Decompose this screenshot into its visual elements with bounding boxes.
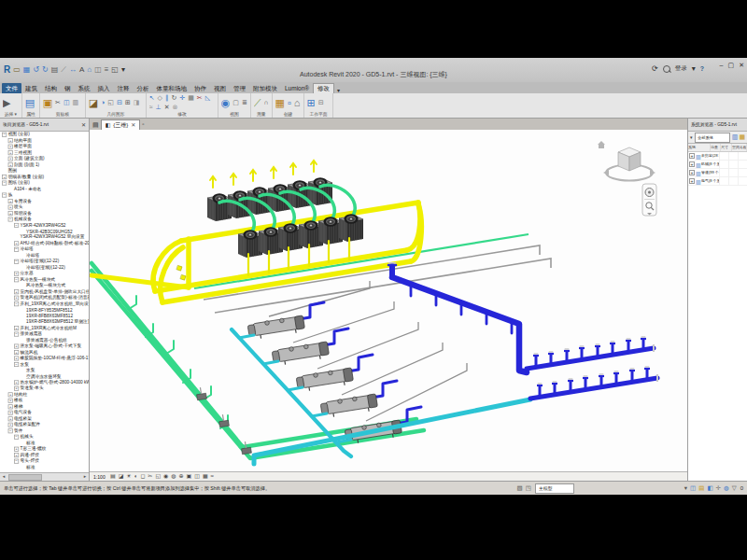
tree-item[interactable]: +标准 (0, 464, 89, 469)
expand-icon[interactable]: + (8, 411, 13, 415)
collapse-icon[interactable]: − (2, 133, 7, 137)
drag-elements-on-selection-icon[interactable]: ◍ (724, 484, 729, 492)
scale-icon[interactable]: ≈ (149, 104, 153, 111)
collapse-icon[interactable]: − (14, 332, 19, 337)
delete-icon[interactable]: ✕ (164, 104, 170, 111)
sun-path-icon[interactable]: ☀ (126, 473, 131, 480)
expand-icon[interactable]: + (14, 386, 19, 391)
pin-icon[interactable]: ⊥ (156, 104, 162, 111)
array-icon[interactable]: ▦ (188, 94, 194, 102)
match-properties-icon[interactable]: ▥ (73, 99, 79, 106)
tree-item[interactable]: +热水锅炉-燃气-卧式-2800-14000 kW (0, 380, 89, 385)
hide-icon[interactable]: ▢ (233, 99, 239, 106)
expand-icon[interactable]: + (14, 272, 19, 276)
measure-between-icon[interactable]: ⟋ (254, 97, 261, 108)
shadows-icon[interactable]: ◐ (134, 473, 138, 480)
ribbon-tab-文件[interactable]: 文件 (2, 83, 21, 93)
tree-item[interactable]: +潜水泵-端吸离心-卧式-干式下泵 (0, 343, 89, 349)
expand-icon[interactable]: + (14, 380, 19, 385)
active-workset-field[interactable]: 主模型 (535, 483, 574, 494)
detail-level-icon[interactable]: ▤ (110, 473, 116, 480)
split-icon[interactable]: ◺ (205, 94, 210, 102)
collapse-icon[interactable]: − (14, 435, 19, 440)
create-group-icon[interactable]: ▦ (275, 97, 285, 108)
create-assembly-icon[interactable]: ⌂ (294, 97, 301, 108)
expand-icon[interactable]: + (14, 289, 19, 294)
expand-icon[interactable]: + (14, 350, 19, 355)
selection-filter-icon[interactable]: ▽ (732, 484, 737, 492)
view-scale[interactable]: 1:100 (93, 474, 106, 479)
scroll-thumb[interactable] (8, 474, 42, 481)
column-header-尺寸[interactable]: 尺寸 (721, 144, 732, 151)
move-icon[interactable]: ✛ (179, 94, 185, 102)
expand-icon[interactable]: + (14, 453, 19, 457)
expand-icon[interactable]: + (8, 199, 13, 203)
view-tab-3d[interactable]: ◧ {三维} ✕ (101, 119, 141, 130)
column-settings-icon[interactable]: ▦ (739, 133, 745, 141)
cope-icon[interactable]: ◱ (107, 99, 114, 106)
expand-icon[interactable]: + (14, 344, 19, 349)
tree-item[interactable]: +AHU-组合式-回转翻板-卧式-标准-2000-… (0, 241, 89, 246)
expand-icon[interactable]: + (14, 241, 19, 245)
ribbon-tab-插入[interactable]: 插入 (94, 83, 114, 93)
collapse-icon[interactable]: − (8, 217, 13, 221)
paint-icon[interactable]: ◨ (134, 99, 140, 106)
expand-icon[interactable]: + (8, 392, 13, 397)
show-crop-region-icon[interactable]: ◱ (155, 473, 161, 480)
collapse-icon[interactable]: − (14, 459, 19, 464)
collapse-icon[interactable]: − (14, 247, 19, 252)
sign-in-button[interactable]: 登录 (675, 64, 687, 73)
properties-icon[interactable]: ▤ (25, 97, 35, 108)
select-links-icon[interactable]: ◫ (690, 484, 696, 492)
cut-geometry-icon[interactable]: ◪ (89, 97, 98, 108)
expand-icon[interactable]: + (689, 161, 695, 167)
mirror-icon[interactable]: ∥ (165, 94, 169, 102)
expand-icon[interactable]: + (14, 326, 19, 330)
ribbon-tab-钢[interactable]: 钢 (61, 83, 75, 93)
expand-icon[interactable]: + (689, 178, 695, 184)
column-header-流量[interactable]: 流量 (711, 144, 722, 151)
collapse-icon[interactable]: − (14, 301, 19, 306)
align-icon[interactable]: ↖ (149, 94, 155, 102)
design-options-icon[interactable]: ◳ (526, 484, 531, 492)
ribbon-tab-管理[interactable]: 管理 (230, 83, 249, 93)
ribbon-tab-Lumion®[interactable]: Lumion® (281, 83, 313, 93)
modify-tab-chevron-icon[interactable]: ▾ (337, 87, 340, 93)
collapse-icon[interactable]: − (8, 428, 13, 433)
search-icon[interactable] (663, 65, 670, 73)
ribbon-tab-系统[interactable]: 系统 (75, 83, 94, 93)
expand-icon[interactable]: + (689, 170, 695, 175)
paste-icon[interactable]: ▣ (43, 97, 52, 108)
expand-icon[interactable]: + (14, 296, 19, 301)
collapse-icon[interactable]: − (14, 362, 19, 367)
unpin-icon[interactable]: ⊗ (173, 104, 178, 111)
apply-coping-icon[interactable]: ⊞ (125, 99, 131, 106)
ribbon-tab-建筑[interactable]: 建筑 (21, 83, 41, 93)
copy-clipboard-icon[interactable]: ◫ (63, 99, 70, 106)
expand-icon[interactable]: + (8, 399, 13, 403)
collapse-icon[interactable]: − (14, 259, 19, 264)
unjoin-icon[interactable]: ⊟ (117, 99, 122, 106)
ribbon-tab-注释[interactable]: 注释 (114, 83, 134, 93)
temporary-view-properties-icon[interactable]: ▣ (187, 473, 192, 480)
column-header-空间名称[interactable]: 空间名称 (732, 144, 747, 151)
ribbon-tab-体量和场地[interactable]: 体量和场地 (153, 83, 191, 93)
tree-item[interactable]: +开利_19XR离心式冷水机组M (0, 325, 89, 330)
ribbon-tab-修改[interactable]: 修改 (313, 83, 334, 93)
collapse-icon[interactable]: − (2, 181, 7, 186)
editable-only-icon[interactable]: ▾ (684, 484, 687, 492)
expand-icon[interactable]: + (8, 404, 13, 409)
expand-icon[interactable]: + (8, 157, 13, 161)
ribbon-tab-协作[interactable]: 协作 (190, 83, 210, 93)
sign-in-chevron-icon[interactable]: ▾ (692, 64, 696, 73)
help-icon[interactable]: ? (700, 65, 704, 72)
expand-icon[interactable]: + (8, 150, 13, 155)
expand-icon[interactable]: + (689, 153, 695, 159)
autofit-columns-icon[interactable]: ▥ (732, 133, 739, 141)
collapse-icon[interactable]: − (14, 277, 19, 282)
crop-view-icon[interactable]: ✂ (148, 473, 152, 480)
view-visibility-icon[interactable]: ◉ (221, 97, 231, 108)
maximize-button[interactable]: ▢ (728, 62, 735, 69)
new-view-tab-icon[interactable]: ▫ (142, 119, 144, 130)
expand-icon[interactable]: + (8, 423, 13, 427)
